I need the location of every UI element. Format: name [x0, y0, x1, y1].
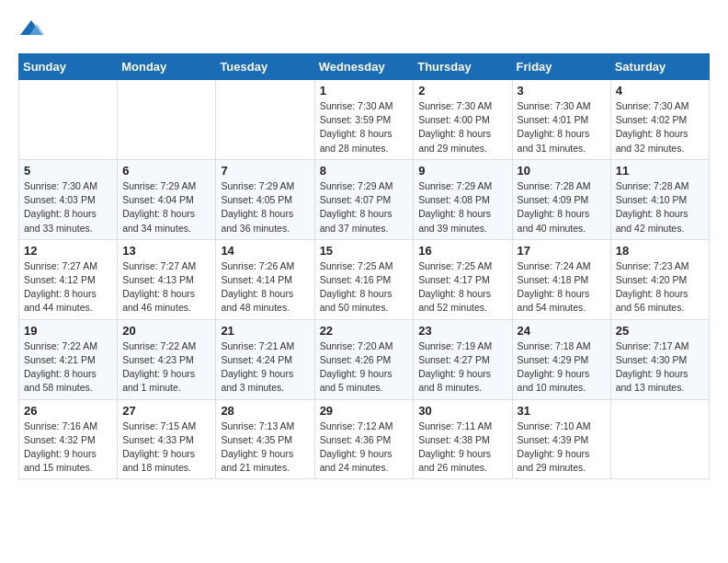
- day-number: 30: [418, 404, 506, 418]
- day-number: 26: [24, 404, 112, 418]
- day-detail: Sunrise: 7:26 AM Sunset: 4:14 PM Dayligh…: [221, 259, 309, 316]
- calendar-cell: 11Sunrise: 7:28 AM Sunset: 4:10 PM Dayli…: [610, 159, 709, 239]
- day-detail: Sunrise: 7:29 AM Sunset: 4:04 PM Dayligh…: [122, 179, 210, 236]
- day-number: 4: [616, 84, 704, 98]
- day-detail: Sunrise: 7:30 AM Sunset: 3:59 PM Dayligh…: [320, 99, 409, 155]
- calendar-cell: [118, 80, 216, 160]
- day-number: 12: [24, 244, 112, 258]
- calendar-cell: 7Sunrise: 7:29 AM Sunset: 4:05 PM Daylig…: [216, 159, 314, 239]
- calendar-cell: 9Sunrise: 7:29 AM Sunset: 4:08 PM Daylig…: [414, 159, 512, 239]
- day-detail: Sunrise: 7:15 AM Sunset: 4:33 PM Dayligh…: [122, 419, 210, 476]
- day-number: 11: [616, 164, 704, 178]
- calendar-cell: 20Sunrise: 7:22 AM Sunset: 4:23 PM Dayli…: [118, 319, 216, 399]
- day-detail: Sunrise: 7:19 AM Sunset: 4:27 PM Dayligh…: [418, 339, 506, 396]
- day-detail: Sunrise: 7:21 AM Sunset: 4:24 PM Dayligh…: [221, 339, 309, 396]
- calendar-cell: [216, 80, 314, 160]
- calendar-cell: 25Sunrise: 7:17 AM Sunset: 4:30 PM Dayli…: [610, 319, 709, 399]
- day-number: 29: [320, 404, 409, 418]
- day-detail: Sunrise: 7:30 AM Sunset: 4:02 PM Dayligh…: [616, 99, 704, 155]
- day-detail: Sunrise: 7:25 AM Sunset: 4:16 PM Dayligh…: [320, 259, 409, 316]
- day-number: 6: [122, 164, 210, 178]
- day-number: 23: [418, 324, 506, 338]
- day-number: 8: [320, 164, 409, 178]
- day-number: 31: [518, 404, 606, 418]
- day-detail: Sunrise: 7:29 AM Sunset: 4:05 PM Dayligh…: [221, 179, 309, 236]
- calendar-cell: 21Sunrise: 7:21 AM Sunset: 4:24 PM Dayli…: [216, 319, 314, 399]
- day-detail: Sunrise: 7:12 AM Sunset: 4:36 PM Dayligh…: [320, 419, 409, 476]
- weekday-header-tuesday: Tuesday: [216, 54, 314, 80]
- calendar-week-1: 1Sunrise: 7:30 AM Sunset: 3:59 PM Daylig…: [19, 80, 710, 160]
- calendar-week-4: 19Sunrise: 7:22 AM Sunset: 4:21 PM Dayli…: [19, 319, 710, 399]
- calendar-week-3: 12Sunrise: 7:27 AM Sunset: 4:12 PM Dayli…: [19, 239, 710, 319]
- calendar-cell: 18Sunrise: 7:23 AM Sunset: 4:20 PM Dayli…: [610, 239, 709, 319]
- day-number: 27: [122, 404, 210, 418]
- calendar-cell: 10Sunrise: 7:28 AM Sunset: 4:09 PM Dayli…: [512, 159, 610, 239]
- day-detail: Sunrise: 7:10 AM Sunset: 4:39 PM Dayligh…: [518, 419, 606, 476]
- day-number: 13: [122, 244, 210, 258]
- day-detail: Sunrise: 7:30 AM Sunset: 4:00 PM Dayligh…: [418, 99, 506, 155]
- day-detail: Sunrise: 7:28 AM Sunset: 4:10 PM Dayligh…: [616, 179, 704, 236]
- calendar-cell: 28Sunrise: 7:13 AM Sunset: 4:35 PM Dayli…: [216, 399, 314, 479]
- calendar-cell: 5Sunrise: 7:30 AM Sunset: 4:03 PM Daylig…: [19, 159, 118, 239]
- calendar-cell: 1Sunrise: 7:30 AM Sunset: 3:59 PM Daylig…: [314, 80, 414, 160]
- calendar-cell: 6Sunrise: 7:29 AM Sunset: 4:04 PM Daylig…: [118, 159, 216, 239]
- day-detail: Sunrise: 7:27 AM Sunset: 4:13 PM Dayligh…: [122, 259, 210, 316]
- day-detail: Sunrise: 7:23 AM Sunset: 4:20 PM Dayligh…: [616, 259, 704, 316]
- day-number: 17: [518, 244, 606, 258]
- calendar-cell: 12Sunrise: 7:27 AM Sunset: 4:12 PM Dayli…: [19, 239, 118, 319]
- calendar-cell: [610, 399, 709, 479]
- calendar-cell: 4Sunrise: 7:30 AM Sunset: 4:02 PM Daylig…: [610, 80, 709, 160]
- page-header: [18, 18, 710, 39]
- day-detail: Sunrise: 7:27 AM Sunset: 4:12 PM Dayligh…: [24, 259, 112, 316]
- day-detail: Sunrise: 7:13 AM Sunset: 4:35 PM Dayligh…: [221, 419, 309, 476]
- calendar-table: SundayMondayTuesdayWednesdayThursdayFrid…: [18, 53, 710, 479]
- day-number: 24: [518, 324, 606, 338]
- calendar-cell: 17Sunrise: 7:24 AM Sunset: 4:18 PM Dayli…: [512, 239, 610, 319]
- weekday-header-wednesday: Wednesday: [314, 54, 414, 80]
- day-detail: Sunrise: 7:30 AM Sunset: 4:01 PM Dayligh…: [518, 99, 606, 155]
- day-number: 14: [221, 244, 309, 258]
- calendar-cell: 31Sunrise: 7:10 AM Sunset: 4:39 PM Dayli…: [512, 399, 610, 479]
- day-detail: Sunrise: 7:25 AM Sunset: 4:17 PM Dayligh…: [418, 259, 506, 316]
- logo-icon: [18, 18, 44, 39]
- weekday-header-friday: Friday: [512, 54, 610, 80]
- day-number: 20: [122, 324, 210, 338]
- calendar-cell: 23Sunrise: 7:19 AM Sunset: 4:27 PM Dayli…: [414, 319, 512, 399]
- calendar-cell: 13Sunrise: 7:27 AM Sunset: 4:13 PM Dayli…: [118, 239, 216, 319]
- day-number: 19: [24, 324, 112, 338]
- day-number: 15: [320, 244, 409, 258]
- day-number: 7: [221, 164, 309, 178]
- logo: [18, 18, 48, 39]
- calendar-cell: 15Sunrise: 7:25 AM Sunset: 4:16 PM Dayli…: [314, 239, 414, 319]
- calendar-cell: 2Sunrise: 7:30 AM Sunset: 4:00 PM Daylig…: [414, 80, 512, 160]
- calendar-cell: 19Sunrise: 7:22 AM Sunset: 4:21 PM Dayli…: [19, 319, 118, 399]
- calendar-cell: 8Sunrise: 7:29 AM Sunset: 4:07 PM Daylig…: [314, 159, 414, 239]
- day-detail: Sunrise: 7:24 AM Sunset: 4:18 PM Dayligh…: [518, 259, 606, 316]
- calendar-cell: 22Sunrise: 7:20 AM Sunset: 4:26 PM Dayli…: [314, 319, 414, 399]
- weekday-header-saturday: Saturday: [610, 54, 709, 80]
- day-detail: Sunrise: 7:16 AM Sunset: 4:32 PM Dayligh…: [24, 419, 112, 476]
- day-detail: Sunrise: 7:22 AM Sunset: 4:21 PM Dayligh…: [24, 339, 112, 396]
- day-detail: Sunrise: 7:18 AM Sunset: 4:29 PM Dayligh…: [518, 339, 606, 396]
- calendar-cell: 30Sunrise: 7:11 AM Sunset: 4:38 PM Dayli…: [414, 399, 512, 479]
- day-detail: Sunrise: 7:11 AM Sunset: 4:38 PM Dayligh…: [418, 419, 506, 476]
- calendar-cell: 26Sunrise: 7:16 AM Sunset: 4:32 PM Dayli…: [19, 399, 118, 479]
- day-detail: Sunrise: 7:29 AM Sunset: 4:08 PM Dayligh…: [418, 179, 506, 236]
- calendar-cell: [19, 80, 118, 160]
- day-detail: Sunrise: 7:22 AM Sunset: 4:23 PM Dayligh…: [122, 339, 210, 396]
- day-number: 9: [418, 164, 506, 178]
- day-number: 25: [616, 324, 704, 338]
- calendar-cell: 14Sunrise: 7:26 AM Sunset: 4:14 PM Dayli…: [216, 239, 314, 319]
- calendar-cell: 16Sunrise: 7:25 AM Sunset: 4:17 PM Dayli…: [414, 239, 512, 319]
- day-number: 21: [221, 324, 309, 338]
- day-detail: Sunrise: 7:29 AM Sunset: 4:07 PM Dayligh…: [320, 179, 409, 236]
- day-detail: Sunrise: 7:20 AM Sunset: 4:26 PM Dayligh…: [320, 339, 409, 396]
- day-detail: Sunrise: 7:30 AM Sunset: 4:03 PM Dayligh…: [24, 179, 112, 236]
- calendar-cell: 24Sunrise: 7:18 AM Sunset: 4:29 PM Dayli…: [512, 319, 610, 399]
- day-detail: Sunrise: 7:28 AM Sunset: 4:09 PM Dayligh…: [518, 179, 606, 236]
- day-number: 28: [221, 404, 309, 418]
- day-number: 10: [518, 164, 606, 178]
- weekday-header-thursday: Thursday: [414, 54, 512, 80]
- day-detail: Sunrise: 7:17 AM Sunset: 4:30 PM Dayligh…: [616, 339, 704, 396]
- day-number: 1: [320, 84, 409, 98]
